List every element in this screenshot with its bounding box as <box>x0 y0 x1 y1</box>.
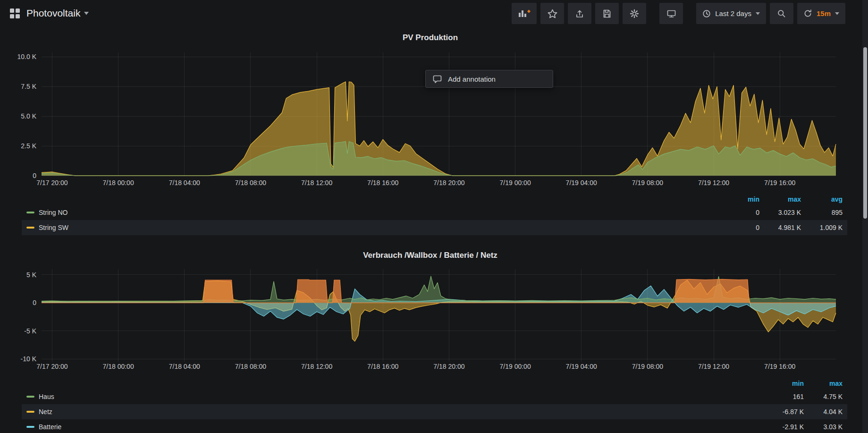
series-min-value: 0 <box>718 209 759 216</box>
x-axis-label: 7/18 20:00 <box>433 179 464 187</box>
verbrauch-legend: min max Haus 161 4.75 K Netz -6.87 K 4.0… <box>22 377 847 433</box>
legend-col-min[interactable]: min <box>718 195 759 203</box>
x-axis-label: 7/18 16:00 <box>367 363 398 370</box>
legend-row-haus: Haus 161 4.75 K <box>22 389 847 404</box>
legend-row-string-no: String NO 0 3.023 K 895 <box>22 205 847 220</box>
add-panel-button[interactable] <box>512 3 537 24</box>
panel-title-pv-produktion[interactable]: PV Produktion <box>0 33 860 42</box>
chevron-down-icon <box>84 12 89 15</box>
comment-bubble-icon <box>433 75 442 83</box>
legend-col-max[interactable]: max <box>759 195 801 203</box>
series-swatch <box>26 212 34 213</box>
add-annotation-menu-item[interactable]: Add annotation <box>425 70 553 88</box>
save-button[interactable] <box>595 3 619 24</box>
x-axis-label: 7/17 20:00 <box>36 179 67 187</box>
pv-legend: min max avg String NO 0 3.023 K 895 Stri… <box>22 193 847 235</box>
scrollbar-track[interactable] <box>862 0 868 433</box>
refresh-picker[interactable]: 15m <box>797 3 845 24</box>
y-axis-label: 5.0 K <box>21 112 36 120</box>
x-axis-label: 7/18 04:00 <box>169 363 200 370</box>
navbar-left: Photovoltaik <box>9 0 89 26</box>
y-axis-label: 10.0 K <box>17 53 37 60</box>
x-axis-label: 7/18 20:00 <box>433 363 464 370</box>
legend-header: min max avg <box>22 193 847 205</box>
y-axis-label: 7.5 K <box>21 83 36 90</box>
verbrauch-chart[interactable]: 5 K0-5 K-10 K7/17 20:007/18 00:007/18 04… <box>0 264 868 375</box>
x-axis-label: 7/18 08:00 <box>235 179 266 187</box>
series-min-value: 161 <box>765 393 804 400</box>
star-icon <box>548 9 557 18</box>
x-axis-label: 7/19 08:00 <box>632 363 663 370</box>
series-swatch <box>26 227 34 229</box>
series-max-value: 4.75 K <box>804 393 843 400</box>
add-panel-icon <box>518 8 531 18</box>
y-axis-label: 2.5 K <box>21 142 36 150</box>
x-axis-label: 7/18 00:00 <box>103 363 134 370</box>
series-label[interactable]: String SW <box>39 224 68 231</box>
series-min-value: 0 <box>718 224 759 231</box>
x-axis-label: 7/19 08:00 <box>632 179 663 187</box>
tv-mode-button[interactable] <box>659 3 683 24</box>
series-max-value: 3.023 K <box>759 209 801 216</box>
series-min-value: -6.87 K <box>765 408 804 416</box>
dashboard-title[interactable]: Photovoltaik <box>26 8 89 19</box>
chevron-down-icon <box>756 12 760 15</box>
series-swatch <box>26 396 34 398</box>
legend-row-string-sw: String SW 0 4.981 K 1.009 K <box>22 220 847 235</box>
settings-button[interactable] <box>623 3 646 24</box>
x-axis-label: 7/17 20:00 <box>36 363 67 370</box>
save-icon <box>602 9 612 18</box>
pv-produktion-chart[interactable]: 02.5 K5.0 K7.5 K10.0 K7/17 20:007/18 00:… <box>0 42 868 191</box>
x-axis-label: 7/19 16:00 <box>764 179 795 187</box>
panel-title-verbrauch[interactable]: Verbrauch /Wallbox / Batterie / Netz <box>0 251 860 260</box>
y-axis-label: -5 K <box>24 327 36 335</box>
star-button[interactable] <box>540 3 564 24</box>
refresh-icon <box>803 9 812 18</box>
zoom-out-button[interactable] <box>770 3 793 24</box>
x-axis-label: 7/19 16:00 <box>764 363 795 370</box>
navbar-actions: Last 2 days 15m <box>512 3 845 24</box>
magnifier-icon <box>777 9 786 18</box>
series-label[interactable]: String NO <box>39 209 67 216</box>
series-swatch <box>26 411 34 413</box>
y-axis-label: -10 K <box>21 355 37 363</box>
series-max-value: 4.04 K <box>804 408 843 416</box>
series-label[interactable]: Netz <box>39 408 52 416</box>
legend-col-max[interactable]: max <box>804 380 843 387</box>
series-avg-value: 1.009 K <box>801 224 843 231</box>
x-axis-label: 7/18 12:00 <box>301 363 332 370</box>
add-annotation-label: Add annotation <box>448 75 496 83</box>
legend-col-min[interactable]: min <box>765 380 804 387</box>
x-axis-label: 7/18 12:00 <box>301 179 332 187</box>
refresh-interval-label: 15m <box>817 9 831 17</box>
legend-row-batterie: Batterie -2.91 K 3.03 K <box>22 419 847 433</box>
apps-grid-icon[interactable] <box>9 8 20 19</box>
navbar: Photovoltaik <box>0 0 868 26</box>
share-button[interactable] <box>568 3 591 24</box>
x-axis-label: 7/18 16:00 <box>367 179 398 187</box>
time-range-picker[interactable]: Last 2 days <box>696 3 766 24</box>
x-axis-label: 7/18 00:00 <box>103 179 134 187</box>
share-icon <box>575 9 584 18</box>
scrollbar-thumb[interactable] <box>863 47 867 219</box>
x-axis-label: 7/19 04:00 <box>566 363 597 370</box>
x-axis-label: 7/18 08:00 <box>235 363 266 370</box>
series-min-value: -2.91 K <box>765 423 804 431</box>
series-label[interactable]: Haus <box>39 393 54 400</box>
legend-header: min max <box>22 377 847 389</box>
y-axis-label: 0 <box>33 172 36 179</box>
y-axis-label: 5 K <box>26 271 37 279</box>
series-max-value: 4.981 K <box>759 224 801 231</box>
x-axis-label: 7/19 12:00 <box>698 363 729 370</box>
x-axis-label: 7/18 04:00 <box>169 179 200 187</box>
x-axis-label: 7/19 00:00 <box>500 179 531 187</box>
monitor-icon <box>666 9 676 18</box>
clock-icon <box>702 9 711 18</box>
series-max-value: 3.03 K <box>804 423 843 431</box>
series-label[interactable]: Batterie <box>39 423 61 431</box>
y-axis-label: 0 <box>33 299 36 306</box>
legend-col-avg[interactable]: avg <box>801 195 843 203</box>
series-avg-value: 895 <box>801 209 843 216</box>
dashboard-title-text: Photovoltaik <box>26 8 80 19</box>
chevron-down-icon <box>835 12 839 15</box>
